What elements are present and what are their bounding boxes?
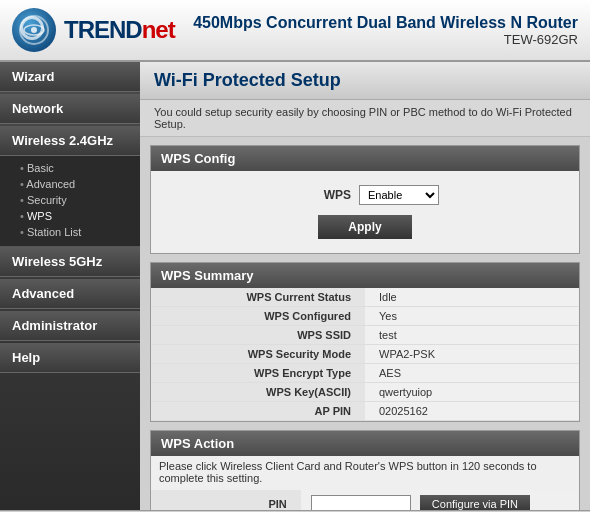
pin-row: PIN Configure via PIN	[151, 490, 579, 510]
header-title: 450Mbps Concurrent Dual Band Wireless N …	[193, 14, 578, 47]
wps-config-header: WPS Config	[151, 146, 579, 171]
logo-icon	[12, 8, 56, 52]
product-line: 450Mbps Concurrent Dual Band Wireless N …	[193, 14, 578, 32]
sidebar-btn-wireless5[interactable]: Wireless 5GHz	[0, 247, 140, 277]
pin-cell: Configure via PIN	[301, 490, 579, 510]
sidebar-btn-wizard[interactable]: Wizard	[0, 62, 140, 92]
apply-button[interactable]: Apply	[318, 215, 411, 239]
pin-input[interactable]	[311, 495, 411, 510]
wps-select[interactable]: Enable Disable	[359, 185, 439, 205]
sidebar-btn-wireless24[interactable]: Wireless 2.4GHz	[0, 126, 140, 156]
summary-row-value: qwertyuiop	[365, 383, 579, 402]
summary-row-value: Yes	[365, 307, 579, 326]
logo-area: TRENDnet	[12, 8, 175, 52]
sidebar-btn-administrator[interactable]: Administrator	[0, 311, 140, 341]
wps-config-row: WPS Enable Disable	[159, 179, 571, 211]
pin-label: PIN	[151, 490, 301, 510]
svg-point-1	[24, 25, 44, 35]
sidebar-item-basic[interactable]: Basic	[0, 160, 140, 176]
wps-config-section: WPS Config WPS Enable Disable Apply	[150, 145, 580, 254]
configure-via-pin-button[interactable]: Configure via PIN	[420, 495, 530, 510]
wps-action-body: Please click Wireless Client Card and Ro…	[151, 456, 579, 510]
wps-summary-section: WPS Summary WPS Current StatusIdleWPS Co…	[150, 262, 580, 422]
wireless24-submenu: Basic Advanced Security WPS Station List	[0, 156, 140, 247]
sidebar-btn-help[interactable]: Help	[0, 343, 140, 373]
wps-label: WPS	[291, 188, 351, 202]
page-title: Wi-Fi Protected Setup	[140, 62, 590, 100]
table-row: WPS Key(ASCII)qwertyuiop	[151, 383, 579, 402]
summary-row-value: test	[365, 326, 579, 345]
wps-config-body: WPS Enable Disable Apply	[151, 171, 579, 253]
content-area: Wi-Fi Protected Setup You could setup se…	[140, 62, 590, 510]
sidebar: Wizard Network Wireless 2.4GHz Basic Adv…	[0, 62, 140, 510]
table-row: WPS Security ModeWPA2-PSK	[151, 345, 579, 364]
summary-row-label: WPS SSID	[151, 326, 365, 345]
summary-row-value: AES	[365, 364, 579, 383]
wps-action-header: WPS Action	[151, 431, 579, 456]
page-description: You could setup security easily by choos…	[140, 100, 590, 137]
logo-text: TRENDnet	[64, 16, 175, 44]
sidebar-item-wps[interactable]: WPS	[0, 208, 140, 224]
action-table: PIN Configure via PIN PBC Configure via …	[151, 490, 579, 510]
sidebar-item-station-list[interactable]: Station List	[0, 224, 140, 240]
summary-row-label: WPS Key(ASCII)	[151, 383, 365, 402]
table-row: WPS SSIDtest	[151, 326, 579, 345]
model-number: TEW-692GR	[193, 32, 578, 47]
wps-action-description: Please click Wireless Client Card and Ro…	[151, 456, 579, 490]
table-row: WPS Encrypt TypeAES	[151, 364, 579, 383]
sidebar-item-security[interactable]: Security	[0, 192, 140, 208]
table-row: WPS Current StatusIdle	[151, 288, 579, 307]
svg-point-2	[31, 27, 37, 33]
summary-row-value: WPA2-PSK	[365, 345, 579, 364]
sidebar-btn-network[interactable]: Network	[0, 94, 140, 124]
table-row: AP PIN02025162	[151, 402, 579, 421]
summary-row-label: WPS Security Mode	[151, 345, 365, 364]
apply-row: Apply	[159, 211, 571, 245]
main-layout: Wizard Network Wireless 2.4GHz Basic Adv…	[0, 62, 590, 510]
summary-row-label: WPS Current Status	[151, 288, 365, 307]
summary-row-label: WPS Encrypt Type	[151, 364, 365, 383]
sidebar-item-advanced[interactable]: Advanced	[0, 176, 140, 192]
header: TRENDnet 450Mbps Concurrent Dual Band Wi…	[0, 0, 590, 62]
summary-row-label: WPS Configured	[151, 307, 365, 326]
table-row: WPS ConfiguredYes	[151, 307, 579, 326]
sidebar-btn-advanced[interactable]: Advanced	[0, 279, 140, 309]
svg-point-0	[20, 16, 48, 44]
summary-row-label: AP PIN	[151, 402, 365, 421]
summary-row-value: 02025162	[365, 402, 579, 421]
summary-table: WPS Current StatusIdleWPS ConfiguredYesW…	[151, 288, 579, 421]
wps-summary-body: WPS Current StatusIdleWPS ConfiguredYesW…	[151, 288, 579, 421]
wps-summary-header: WPS Summary	[151, 263, 579, 288]
summary-row-value: Idle	[365, 288, 579, 307]
wps-action-section: WPS Action Please click Wireless Client …	[150, 430, 580, 510]
